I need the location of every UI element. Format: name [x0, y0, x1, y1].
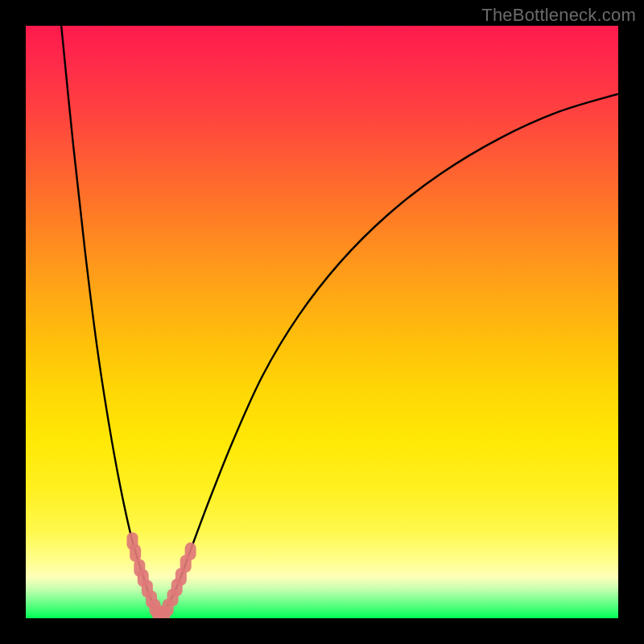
curve-svg	[26, 26, 618, 618]
marker-layer	[126, 532, 196, 618]
data-marker	[185, 543, 196, 560]
curve-layer	[61, 26, 618, 618]
plot-area	[26, 26, 618, 618]
watermark-label: TheBottleneck.com	[481, 5, 636, 26]
bottleneck-curve	[61, 26, 618, 618]
chart-container: TheBottleneck.com	[0, 0, 644, 644]
